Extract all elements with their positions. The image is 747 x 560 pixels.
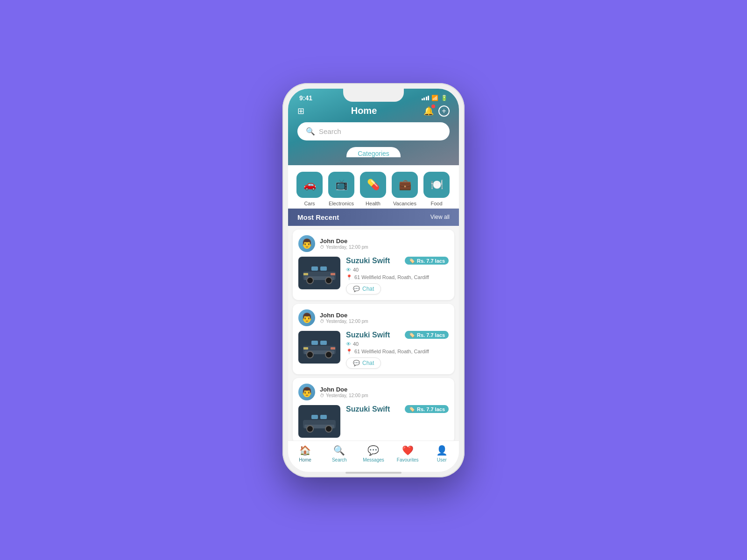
listing-user-row: 👨 John Doe ⏱ Yesterday, 12:00 pm <box>298 235 449 252</box>
listing-details: Suzuki Swift 🏷️ Rs. 7.7 lacs <box>346 405 449 438</box>
food-label: Food <box>430 201 442 206</box>
nav-home[interactable]: 🏠 Home <box>291 445 319 462</box>
listing-image <box>298 331 340 364</box>
messages-nav-label: Messages <box>363 457 384 462</box>
avatar: 👨 <box>298 384 315 400</box>
listing-image <box>298 405 340 438</box>
phone-screen: 9:41 📶 🔋 ⊞ Home <box>288 89 459 472</box>
listing-title: Suzuki Swift <box>346 405 390 413</box>
header-actions: 🔔 + <box>423 105 450 117</box>
electronics-icon-box: 📺 <box>328 172 354 198</box>
nav-user[interactable]: 👤 User <box>428 445 456 462</box>
notification-button[interactable]: 🔔 <box>423 106 434 116</box>
phone-frame: 9:41 📶 🔋 ⊞ Home <box>282 83 465 477</box>
svg-rect-14 <box>303 347 308 350</box>
svg-point-2 <box>307 277 313 284</box>
health-icon-box: 💊 <box>360 172 386 198</box>
listing-title: Suzuki Swift <box>346 257 390 265</box>
favourites-nav-label: Favourites <box>397 457 419 462</box>
listing-card: 👨 John Doe ⏱ Yesterday, 12:00 pm <box>293 378 454 441</box>
user-nav-icon: 👤 <box>436 445 448 456</box>
price-tag: 🏷️ Rs. 7.7 lacs <box>405 405 449 413</box>
most-recent-bar: Most Recent View all <box>288 209 459 226</box>
user-info: John Doe ⏱ Yesterday, 12:00 pm <box>320 386 368 398</box>
wifi-icon: 📶 <box>431 95 438 101</box>
search-container: 🔍 Search <box>288 122 459 140</box>
listing-details: Suzuki Swift 🏷️ Rs. 7.7 lacs 👁 40 📍 61 W… <box>346 257 449 294</box>
user-name: John Doe <box>320 238 368 245</box>
home-nav-icon: 🏠 <box>299 445 311 456</box>
avatar: 👨 <box>298 309 315 326</box>
grid-icon[interactable]: ⊞ <box>297 106 304 116</box>
listing-location: 📍 61 Wellfield Road, Roath, Cardiff <box>346 349 449 355</box>
chat-button[interactable]: 💬 Chat <box>346 357 381 369</box>
health-label: Health <box>366 201 381 206</box>
nav-favourites[interactable]: ❤️ Favourites <box>394 445 422 462</box>
listing-content: Suzuki Swift 🏷️ Rs. 7.7 lacs 👁 40 📍 61 W… <box>298 331 449 369</box>
svg-point-10 <box>307 351 313 358</box>
messages-nav-icon: 💬 <box>367 445 379 456</box>
notification-badge <box>431 105 435 108</box>
header-title: Home <box>351 105 377 116</box>
user-time: ⏱ Yesterday, 12:00 pm <box>320 245 368 250</box>
user-name: John Doe <box>320 386 368 393</box>
home-nav-label: Home <box>299 457 311 462</box>
most-recent-label: Most Recent <box>297 213 339 221</box>
listing-content: Suzuki Swift 🏷️ Rs. 7.7 lacs <box>298 405 449 438</box>
food-icon-box: 🍽️ <box>423 172 450 198</box>
add-button[interactable]: + <box>438 105 450 117</box>
svg-rect-6 <box>303 273 308 275</box>
svg-rect-7 <box>331 273 335 275</box>
listing-title: Suzuki Swift <box>346 331 390 339</box>
view-all-link[interactable]: View all <box>430 214 450 220</box>
home-indicator <box>345 472 402 474</box>
electronics-label: Electronics <box>329 201 354 206</box>
user-name: John Doe <box>320 312 368 319</box>
svg-rect-5 <box>320 266 327 271</box>
listing-title-price: Suzuki Swift 🏷️ Rs. 7.7 lacs <box>346 405 449 413</box>
categories-section: 🚗 Cars 📺 Electronics 💊 Health 💼 Vacancie… <box>288 165 459 209</box>
user-info: John Doe ⏱ Yesterday, 12:00 pm <box>320 312 368 324</box>
categories-heading: Categories <box>346 147 401 157</box>
category-health[interactable]: 💊 Health <box>359 172 387 206</box>
category-food[interactable]: 🍽️ Food <box>423 172 451 206</box>
favourites-nav-icon: ❤️ <box>402 445 414 456</box>
listing-card: 👨 John Doe ⏱ Yesterday, 12:00 pm <box>293 230 454 300</box>
listing-user-row: 👨 John Doe ⏱ Yesterday, 12:00 pm <box>298 384 449 400</box>
search-nav-label: Search <box>332 457 347 462</box>
nav-messages[interactable]: 💬 Messages <box>359 445 388 462</box>
svg-point-3 <box>325 277 332 284</box>
cars-icon-box: 🚗 <box>296 172 323 198</box>
category-vacancies[interactable]: 💼 Vacancies <box>391 172 419 206</box>
status-time: 9:41 <box>299 94 312 102</box>
vacancies-label: Vacancies <box>393 201 416 206</box>
category-electronics[interactable]: 📺 Electronics <box>327 172 355 206</box>
category-cars[interactable]: 🚗 Cars <box>296 172 324 206</box>
listing-details: Suzuki Swift 🏷️ Rs. 7.7 lacs 👁 40 📍 61 W… <box>346 331 449 369</box>
svg-rect-20 <box>311 415 318 419</box>
categories-label-wrapper: Categories <box>288 147 459 158</box>
battery-icon: 🔋 <box>441 95 448 101</box>
svg-rect-13 <box>320 341 327 345</box>
listing-views: 👁 40 <box>346 267 449 273</box>
svg-rect-4 <box>311 266 318 271</box>
price-tag: 🏷️ Rs. 7.7 lacs <box>405 331 449 339</box>
chat-button[interactable]: 💬 Chat <box>346 283 381 294</box>
listing-location: 📍 61 Wellfield Road, Roath, Cardiff <box>346 274 449 280</box>
user-nav-label: User <box>437 457 447 462</box>
listing-title-price: Suzuki Swift 🏷️ Rs. 7.7 lacs <box>346 331 449 339</box>
avatar: 👨 <box>298 235 315 252</box>
search-bar[interactable]: 🔍 Search <box>297 122 450 140</box>
user-time: ⏱ Yesterday, 12:00 pm <box>320 319 368 324</box>
cars-label: Cars <box>304 201 315 206</box>
nav-search[interactable]: 🔍 Search <box>325 445 353 462</box>
svg-point-11 <box>325 351 332 358</box>
user-info: John Doe ⏱ Yesterday, 12:00 pm <box>320 238 368 250</box>
search-nav-icon: 🔍 <box>333 445 345 456</box>
listings-container: 👨 John Doe ⏱ Yesterday, 12:00 pm <box>288 226 459 441</box>
listing-user-row: 👨 John Doe ⏱ Yesterday, 12:00 pm <box>298 309 449 326</box>
svg-rect-15 <box>331 347 335 350</box>
svg-rect-21 <box>320 415 327 419</box>
chat-icon: 💬 <box>353 286 360 292</box>
listing-image <box>298 257 340 289</box>
